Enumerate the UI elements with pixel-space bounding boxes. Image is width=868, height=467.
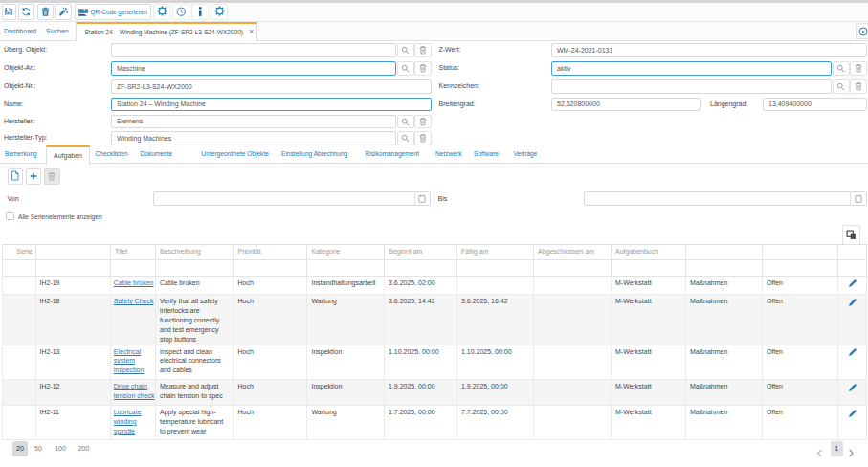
trash-icon (419, 113, 427, 130)
history-button[interactable] (172, 4, 189, 21)
page-size-2[interactable]: 100 (53, 441, 69, 457)
objekt-art-input[interactable]: Maschine (111, 61, 396, 76)
tab-close-icon[interactable]: × (249, 28, 254, 36)
hersteller-typ-clear-button[interactable] (414, 131, 432, 145)
hersteller-input[interactable]: Siemens (111, 115, 396, 129)
subtab-checklisten[interactable]: Checklisten (96, 145, 128, 164)
tab-station-24-active[interactable]: Station 24 – Winding Machine (ZF-SR2-L3-… (76, 22, 257, 41)
close-window-button[interactable] (856, 23, 868, 39)
cell-aufgabenbuch: M-Werkstatt (611, 276, 685, 295)
tab-suchen[interactable]: Suchen (46, 22, 69, 41)
magic-wand-icon (58, 3, 69, 20)
current-page[interactable]: 1 (831, 441, 844, 457)
subtab-vertraege[interactable]: Verträge (514, 145, 538, 164)
cell-id: IH2-11 (35, 406, 111, 440)
tab-dashboard[interactable]: Dashboard (4, 22, 36, 41)
col-header-status[interactable] (762, 245, 837, 260)
col-header-id[interactable] (35, 245, 111, 260)
status-input[interactable]: aktiv (551, 61, 832, 76)
ueberg-objekt-search-button[interactable] (397, 43, 414, 57)
cell-serie (3, 345, 36, 380)
subtab-netzwerk[interactable]: Netzwerk (435, 145, 461, 164)
edit-pencil-icon[interactable] (848, 282, 857, 289)
col-header-titel[interactable]: Titel (111, 245, 156, 260)
col-header-faellig-am[interactable]: Fällig am (456, 245, 533, 260)
kennzeichen-search-button[interactable] (833, 79, 850, 94)
kennzeichen-clear-button[interactable] (850, 79, 867, 94)
serienelemente-checkbox[interactable] (6, 212, 14, 221)
subtab-dokumente[interactable]: Dokumente (141, 145, 173, 164)
hersteller-typ-search-button[interactable] (397, 131, 414, 145)
objekt-art-search-button[interactable] (397, 61, 414, 76)
next-page-button[interactable] (848, 444, 855, 461)
subtab-untergeordnete-objekte[interactable]: Untergeordnete Objekte (202, 145, 269, 164)
save-button[interactable] (2, 4, 17, 21)
search-icon (401, 129, 410, 146)
search-icon (836, 78, 845, 95)
calendar-icon[interactable] (414, 192, 431, 205)
col-header-beschreibung[interactable]: Beschreibung (155, 245, 234, 260)
delete-task-button[interactable] (44, 168, 60, 185)
z-wert-input[interactable]: WM-24-2021-0131 (551, 43, 867, 57)
hersteller-clear-button[interactable] (414, 115, 432, 129)
status-search-button[interactable] (833, 61, 850, 76)
refresh-icon (21, 3, 32, 20)
objekt-art-clear-button[interactable] (414, 61, 432, 76)
edit-pencil-icon[interactable] (848, 387, 857, 393)
cell-status: Offen (762, 276, 837, 295)
subtab-einstellung-abrechnung[interactable]: Einstellung Abrechnung (281, 145, 347, 164)
task-title-link[interactable]: Electrical system inspection (114, 348, 145, 374)
bis-date-input[interactable] (584, 191, 867, 206)
col-header-kategorie[interactable]: Kategorie (307, 245, 385, 260)
edit-pencil-icon[interactable] (848, 351, 857, 358)
settings-button[interactable] (153, 4, 170, 21)
objekt-nr-input[interactable]: ZF-SR2-L3-S24-WX2000 (111, 79, 432, 94)
task-title-link[interactable]: Cable broken (114, 279, 154, 286)
ueberg-objekt-input[interactable] (111, 43, 396, 57)
edit-pencil-icon[interactable] (848, 412, 857, 419)
task-title-link[interactable]: Lubricate winding spindle (114, 409, 142, 434)
task-title-link[interactable]: Drive chain tension check (114, 383, 155, 399)
subtab-risikomanagement[interactable]: Risikomanagement (366, 145, 419, 164)
col-header-aufgabenbuch[interactable]: Aufgabenbuch (611, 245, 685, 260)
breitengrad-input[interactable]: 52,520800000 (551, 98, 701, 112)
col-header-edit[interactable] (837, 245, 867, 260)
col-header-beginnt-am[interactable]: Beginnt am (384, 245, 456, 260)
kennzeichen-input[interactable] (551, 79, 832, 94)
ueberg-objekt-clear-button[interactable] (414, 43, 432, 57)
col-header-serie[interactable]: Serie (3, 245, 36, 260)
page-size-0[interactable]: 20 (12, 441, 28, 457)
cell-beginnt-am: 1.10.2025, 00:00 (384, 345, 456, 380)
copy-grid-button[interactable] (842, 225, 860, 245)
qr-code-button[interactable]: QR-Code generieren (75, 4, 151, 21)
hersteller-typ-input[interactable]: Winding Machines (111, 131, 396, 145)
delete-button[interactable] (37, 4, 55, 21)
name-label: Name: (4, 98, 24, 112)
refresh-button[interactable] (18, 4, 35, 21)
hersteller-search-button[interactable] (397, 115, 414, 129)
edit-pencil-icon[interactable] (848, 301, 857, 308)
subtab-bemerkung[interactable]: Bemerkung (5, 145, 37, 164)
new-task-button[interactable] (8, 168, 24, 185)
settings-2-button[interactable] (211, 4, 228, 21)
col-header-prioritaet[interactable]: Priorität (234, 245, 307, 260)
prev-page-button[interactable] (816, 444, 823, 461)
add-task-button[interactable] (26, 168, 42, 185)
von-date-input[interactable] (153, 191, 431, 206)
col-header-massnahmen[interactable] (685, 245, 762, 260)
task-title-link[interactable]: Safety Check (114, 298, 154, 304)
magic-wand-button[interactable] (55, 4, 72, 21)
page-size-1[interactable]: 50 (31, 441, 46, 457)
name-input[interactable]: Station 24 – Winding Machine (111, 98, 432, 112)
laengengrad-input[interactable]: 13,409400000 (763, 98, 867, 112)
calendar-icon[interactable] (850, 192, 866, 205)
subtab-aufgaben-active[interactable]: Aufgaben (46, 145, 90, 165)
col-header-abgeschlossen-am[interactable]: Abgeschlossen am (533, 245, 611, 260)
new-document-icon (11, 167, 19, 185)
info-button[interactable] (191, 4, 209, 21)
cell-kategorie: Inspektion (307, 380, 385, 406)
table-row: IH2-11 Lubricate winding spindle Apply s… (3, 406, 867, 440)
status-clear-button[interactable] (850, 61, 867, 76)
page-size-3[interactable]: 200 (76, 441, 92, 457)
subtab-software[interactable]: Software (474, 145, 499, 164)
